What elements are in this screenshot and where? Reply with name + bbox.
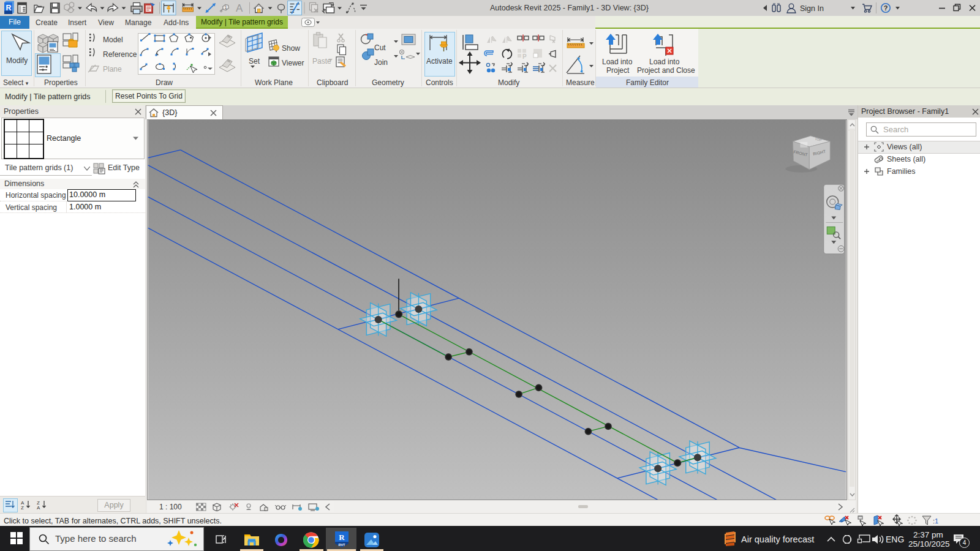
svg-text:A: A	[37, 505, 40, 509]
svg-text:Z: Z	[21, 505, 24, 509]
svg-text:Autodesk Revit 2025 - Family1: Autodesk Revit 2025 - Family1 - 3D View:…	[490, 4, 649, 12]
svg-text:1: 1	[224, 4, 227, 10]
svg-text:R: R	[339, 533, 345, 542]
svg-text:A: A	[236, 2, 243, 14]
svg-text:RVT: RVT	[339, 543, 346, 547]
svg-text:R: R	[6, 4, 11, 12]
svg-text:?: ?	[884, 4, 888, 12]
svg-text:Sign In: Sign In	[800, 4, 824, 13]
svg-text:P: P	[522, 53, 527, 60]
svg-text:1: 1	[935, 517, 938, 525]
